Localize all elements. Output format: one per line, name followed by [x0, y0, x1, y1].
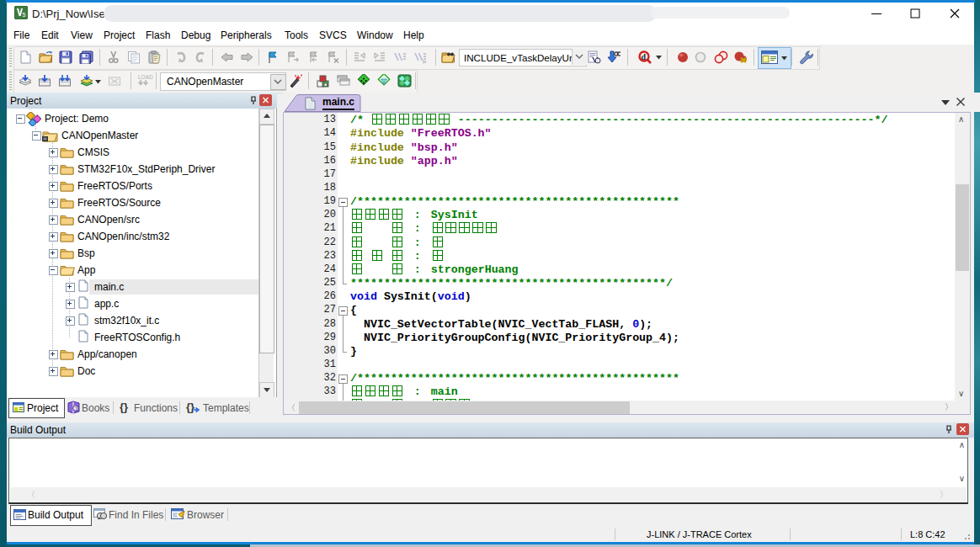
svg-text:?: ?	[75, 406, 78, 412]
svg-text:d: d	[642, 52, 647, 61]
svg-text:5: 5	[23, 12, 26, 18]
